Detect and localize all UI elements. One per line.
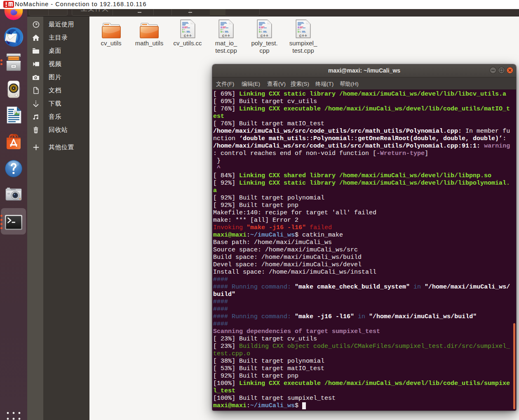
svg-text:c++: c++ <box>183 33 192 38</box>
svg-text:c++: c++ <box>222 33 230 38</box>
svg-text:c++: c++ <box>261 33 269 38</box>
svg-text:c++: c++ <box>299 33 308 38</box>
